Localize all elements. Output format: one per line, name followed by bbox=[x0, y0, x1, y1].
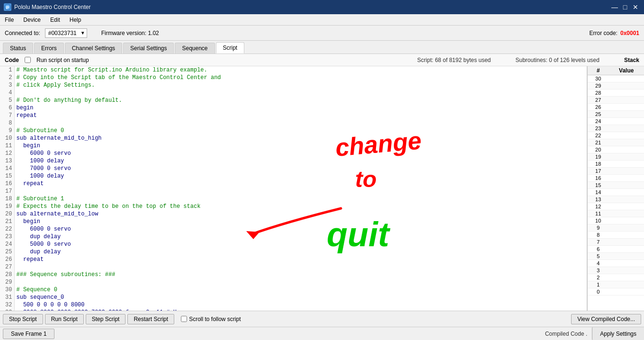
tab-status[interactable]: Status bbox=[3, 43, 33, 54]
restart-script-button[interactable]: Restart Script bbox=[127, 314, 174, 324]
table-row: 8 bbox=[0, 119, 587, 127]
step-script-button[interactable]: Step Script bbox=[86, 314, 126, 324]
stop-script-button[interactable]: Stop Script bbox=[3, 314, 43, 324]
run-script-button[interactable]: Run Script bbox=[45, 314, 84, 324]
line-code: sub sequence_0 bbox=[14, 294, 587, 301]
table-row: 2# Copy into the Script tab of the Maest… bbox=[0, 74, 587, 81]
stack-value bbox=[608, 182, 644, 189]
stack-num: 30 bbox=[588, 75, 608, 82]
tab-serial-settings[interactable]: Serial Settings bbox=[123, 43, 174, 54]
table-row: 8 bbox=[588, 232, 644, 239]
line-number: 20 bbox=[0, 210, 14, 218]
tab-sequence[interactable]: Sequence bbox=[175, 43, 215, 54]
apply-settings-button[interactable]: Apply Settings bbox=[592, 327, 644, 340]
stack-num: 17 bbox=[588, 168, 608, 175]
table-row: 29 bbox=[588, 82, 644, 89]
conn-bar: Connected to: #00323731 ▼ Firmware versi… bbox=[0, 26, 644, 41]
line-code: 5000 0 servo bbox=[14, 241, 587, 248]
tab-channel-settings[interactable]: Channel Settings bbox=[65, 43, 122, 54]
table-row: 9 bbox=[588, 224, 644, 232]
line-code bbox=[14, 89, 587, 97]
line-number: 3 bbox=[0, 81, 14, 89]
stack-value bbox=[608, 274, 644, 281]
stack-value bbox=[608, 217, 644, 224]
table-row: 6 bbox=[588, 246, 644, 253]
stack-num: 16 bbox=[588, 175, 608, 182]
stack-num: 3 bbox=[588, 267, 608, 274]
tab-script[interactable]: Script bbox=[216, 42, 245, 54]
line-code: repeat bbox=[14, 112, 587, 119]
menu-edit[interactable]: Edit bbox=[45, 16, 65, 24]
stack-value bbox=[608, 288, 644, 295]
stack-num: 15 bbox=[588, 182, 608, 189]
table-row: 18 bbox=[588, 161, 644, 168]
stack-num: 19 bbox=[588, 153, 608, 161]
stack-value bbox=[608, 267, 644, 274]
table-row: 19# Expects the delay time to be on the … bbox=[0, 203, 587, 210]
line-number: 21 bbox=[0, 218, 14, 225]
run-script-checkbox[interactable] bbox=[25, 57, 31, 63]
line-number: 27 bbox=[0, 263, 14, 271]
menu-file[interactable]: File bbox=[0, 16, 18, 24]
line-code: 6000 0 servo bbox=[14, 150, 587, 157]
close-button[interactable]: ✕ bbox=[631, 2, 640, 12]
stack-value bbox=[608, 175, 644, 182]
device-select-wrapper[interactable]: #00323731 ▼ bbox=[45, 28, 87, 38]
maximize-button[interactable]: □ bbox=[620, 2, 630, 12]
line-code bbox=[14, 188, 587, 195]
line-code: 1000 delay bbox=[14, 172, 587, 180]
stack-value bbox=[608, 196, 644, 203]
menu-help[interactable]: Help bbox=[65, 16, 86, 24]
error-code-section: Error code: 0x0001 bbox=[590, 30, 639, 36]
run-script-label[interactable]: Run script on startup bbox=[36, 57, 89, 63]
table-row: 30# Sequence 0 bbox=[0, 286, 587, 294]
line-code: repeat bbox=[14, 180, 587, 188]
tab-errors[interactable]: Errors bbox=[34, 43, 64, 54]
line-code: # Expects the delay time to be on the to… bbox=[14, 203, 587, 210]
line-code: dup delay bbox=[14, 248, 587, 256]
stack-table-wrapper[interactable]: # Value 30292827262524232221201918171615… bbox=[588, 66, 644, 311]
code-scroll[interactable]: 1# Maestro script for Script.ino Arduino… bbox=[0, 66, 587, 311]
stack-num: 9 bbox=[588, 224, 608, 232]
table-row: 29 bbox=[0, 278, 587, 286]
line-number: 10 bbox=[0, 134, 14, 142]
stack-value bbox=[608, 125, 644, 132]
save-frame-button[interactable]: Save Frame 1 bbox=[3, 329, 54, 339]
script-header: Code Run script on startup Script: 68 of… bbox=[0, 54, 644, 66]
stack-num: 29 bbox=[588, 82, 608, 89]
table-row: 30 bbox=[588, 75, 644, 82]
device-select[interactable]: #00323731 bbox=[45, 28, 87, 38]
stack-label: Stack bbox=[624, 57, 639, 63]
table-row: 27 bbox=[0, 263, 587, 271]
table-row: 13 bbox=[588, 196, 644, 203]
table-row: 33 3968 8000 6000 8000 7823 6000 frame_0… bbox=[0, 309, 587, 311]
line-code bbox=[14, 119, 587, 127]
tab-bar: Status Errors Channel Settings Serial Se… bbox=[0, 41, 644, 54]
stack-value bbox=[608, 97, 644, 104]
line-code: # Subroutine 0 bbox=[14, 127, 587, 134]
line-code: begin bbox=[14, 104, 587, 112]
table-row: 19 bbox=[588, 153, 644, 161]
stack-num: 8 bbox=[588, 232, 608, 239]
code-label: Code bbox=[5, 57, 19, 63]
line-code: 1000 delay bbox=[14, 157, 587, 165]
table-row: 4 bbox=[0, 89, 587, 97]
minimize-button[interactable]: — bbox=[610, 2, 619, 12]
stack-value bbox=[608, 75, 644, 82]
line-code bbox=[14, 278, 587, 286]
line-code: ### Sequence subroutines: ### bbox=[14, 271, 587, 278]
view-compiled-button[interactable]: View Compiled Code... bbox=[571, 314, 641, 324]
scroll-label[interactable]: Scroll to follow script bbox=[189, 316, 241, 322]
stack-num: 2 bbox=[588, 274, 608, 281]
table-row: 10 bbox=[588, 217, 644, 224]
line-number: 1 bbox=[0, 66, 14, 74]
table-row: 12 bbox=[588, 203, 644, 210]
menu-device[interactable]: Device bbox=[18, 16, 45, 24]
table-row: 18# Subroutine 1 bbox=[0, 195, 587, 203]
line-number: 13 bbox=[0, 157, 14, 165]
stack-num: 20 bbox=[588, 146, 608, 153]
line-code: 500 0 0 0 0 0 8000 bbox=[14, 301, 587, 309]
line-number: 12 bbox=[0, 150, 14, 157]
line-code: sub alternate_mid_to_low bbox=[14, 210, 587, 218]
scroll-checkbox[interactable] bbox=[181, 316, 187, 322]
